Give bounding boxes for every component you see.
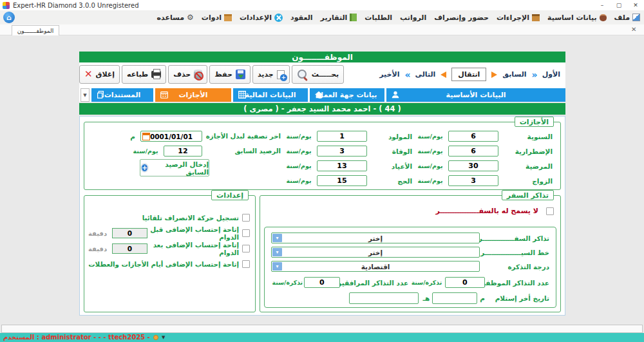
previous-balance-field[interactable]: 12 (164, 146, 202, 157)
hajj-field[interactable]: 15 (317, 175, 367, 186)
jar-icon (600, 14, 607, 21)
death-field[interactable]: 3 (317, 146, 367, 157)
nav-first[interactable]: الأول (542, 70, 560, 79)
tab-financial-data[interactable]: البيانات المالية (233, 88, 308, 102)
checkbox-overtime-after[interactable] (242, 245, 250, 252)
companion-tickets-label: عدد التذاكر المرافقين (340, 279, 408, 287)
menu-item-file[interactable]: ملف (614, 14, 640, 22)
annual-field[interactable]: 6 (448, 131, 498, 142)
leaves-row: الإضطرارية 6 يوم/سنة الوفاة 3 يوم/سنة ال… (90, 146, 553, 157)
leaves-row: الزواج 3 يوم/سنة الحج 15 يوم/سنة (90, 175, 553, 186)
employee-tickets-field[interactable]: 0 (445, 277, 485, 288)
menu-item-tools[interactable]: ادوات (202, 14, 232, 22)
main-menu: ملف بيانات اساسية الإجراءات حضور وإنصراف… (157, 10, 640, 24)
box-icon (532, 14, 540, 21)
sick-field[interactable]: 30 (448, 160, 498, 171)
workspace-close-icon[interactable]: ✕ (631, 26, 636, 33)
tab-workplace-data[interactable]: بيانات جهة العمل (310, 88, 384, 102)
route-select[interactable]: إختر ▾ (271, 247, 480, 258)
tools-circle-icon (274, 14, 283, 22)
arrow-left-icon[interactable] (440, 71, 446, 78)
menu-item-procedures[interactable]: الإجراءات (497, 14, 540, 22)
menu-item-settings[interactable]: الإعدادات (240, 14, 283, 22)
menu-item-reports[interactable]: التقارير (321, 14, 357, 22)
previous-balance-label: الرصيد السابق (202, 147, 281, 155)
annual-label: السنوية (498, 133, 553, 140)
chevron-right-icon[interactable]: » (532, 70, 537, 79)
overtime-after-field[interactable]: 0 (112, 243, 147, 254)
last-receipt-hijri-field[interactable] (349, 292, 419, 304)
window-controls: – ▢ ✕ (594, 0, 644, 10)
search-button[interactable]: بحـــــث (292, 65, 345, 84)
ticket-class-select[interactable]: اقتصادية ▾ (271, 261, 480, 272)
app-window: Expert-HR Diamond 3.0.0 Unregistered – ▢… (0, 0, 644, 342)
go-button[interactable]: انتقال (451, 68, 486, 81)
ticket-class-label: درجة التذكرة (480, 263, 549, 271)
employee-tickets-label: عدد التذاكر الموظفين (485, 279, 549, 287)
combo-arrow-icon[interactable]: ▾ (272, 262, 282, 271)
calendar-small-icon[interactable] (142, 133, 150, 140)
home-button[interactable]: ⌂ (3, 12, 15, 23)
minimize-button[interactable]: – (594, 0, 611, 10)
checkbox-overtime-before[interactable] (242, 229, 250, 237)
menu-item-attendance[interactable]: حضور وإنصراف (434, 14, 489, 22)
new-page-icon: + (277, 70, 285, 79)
travel-tickets-select[interactable]: إختر ▾ (271, 233, 480, 243)
print-button[interactable]: طباعه (122, 65, 166, 84)
tab-leaves[interactable]: الأجازات (155, 88, 231, 102)
leaves-row: السنوية 6 يوم/سنة المولود 1 يوم/سنة اخر … (90, 131, 553, 142)
overtime-before-field[interactable]: 0 (112, 228, 147, 238)
ticket-counts-row: عدد التذاكر الموظفين 0 تذكرة/سنة عدد الت… (271, 277, 549, 288)
close-button[interactable]: ✕ إغلاق (79, 65, 120, 84)
setting-row: إتاحة إحتساب الإضافى أيام الأجازات والعط… (88, 259, 250, 269)
enter-previous-balance-button[interactable]: إدخال الرصيد السابق + (140, 159, 209, 176)
last-receipt-gregorian-field[interactable] (432, 292, 477, 304)
window-title: Expert-HR Diamond 3.0.0 Unregistered (13, 2, 138, 9)
tab-documents[interactable]: المستندات (91, 88, 153, 102)
menu-item-salaries[interactable]: الرواتب (400, 14, 426, 22)
plus-circle-icon: + (140, 163, 149, 173)
crate-icon (224, 14, 232, 21)
tab-employees[interactable]: الموظفـــــــون (12, 25, 59, 35)
home-icon (314, 90, 323, 99)
last-receipt-label: تاريخ أخر إستلام (485, 294, 549, 302)
tab-basic-data[interactable]: البيانات الأساسية (386, 88, 565, 102)
checkbox-no-travel[interactable] (546, 207, 554, 215)
gregorian-label: م (130, 133, 135, 140)
tickets-inner-box: تذاكر السفــــــــــــــر إختر ▾ خط السي… (264, 227, 556, 308)
companion-tickets-field[interactable]: 0 (304, 277, 341, 288)
menu-bar: ⌂ ملف بيانات اساسية الإجراءات حضور وإنصر… (0, 10, 644, 24)
nav-previous[interactable]: السابق (502, 70, 526, 79)
clearance-date-field[interactable]: 0001/01/01 (140, 131, 202, 142)
menu-item-basic-data[interactable]: بيانات اساسية (547, 14, 607, 22)
save-button[interactable]: حفظ (209, 65, 251, 84)
panel-title: الموظفــــــــون (79, 52, 565, 62)
menu-item-help[interactable]: ⚙ مساعده (157, 14, 194, 22)
marriage-field[interactable]: 3 (448, 175, 498, 186)
delete-button[interactable]: حذف (168, 65, 207, 84)
newborn-field[interactable]: 1 (317, 131, 367, 142)
leaves-group: الأجازات السنوية 6 يوم/سنة المولود 1 يوم… (84, 122, 561, 190)
app-logo-icon (3, 2, 10, 9)
holidays-field[interactable]: 13 (317, 160, 367, 171)
tabs-overflow-dropdown[interactable]: ▼ (80, 88, 90, 102)
maximize-button[interactable]: ▢ (611, 0, 627, 10)
chevron-left-icon[interactable]: « (405, 70, 410, 79)
checkbox-auto-departure[interactable] (242, 214, 250, 222)
nav-last[interactable]: الأخير (379, 70, 399, 79)
nav-next[interactable]: التالى (415, 70, 436, 79)
new-button[interactable]: جديد + (252, 65, 290, 84)
checkbox-overtime-holidays[interactable] (242, 260, 250, 268)
combo-arrow-icon[interactable]: ▾ (272, 234, 282, 242)
search-icon (297, 69, 308, 81)
employee-header: ( 44 ) - احمد محمد السيد جعفر - ( مصرى ) (79, 103, 565, 115)
close-window-button[interactable]: ✕ (627, 0, 644, 10)
menu-item-contracts[interactable]: العقود (290, 14, 313, 22)
emergency-field[interactable]: 6 (448, 146, 498, 157)
status-dropdown-icon[interactable]: ▼ (162, 335, 165, 340)
menu-item-requests[interactable]: الطلبات (365, 14, 392, 22)
travel-tickets-group: تذاكر السفر لا يسمح له بالسفــــــــــــ… (260, 195, 561, 312)
combo-arrow-icon[interactable]: ▾ (272, 248, 282, 256)
leaves-legend: الأجازات (515, 117, 554, 127)
arrow-right-icon[interactable] (491, 71, 497, 78)
